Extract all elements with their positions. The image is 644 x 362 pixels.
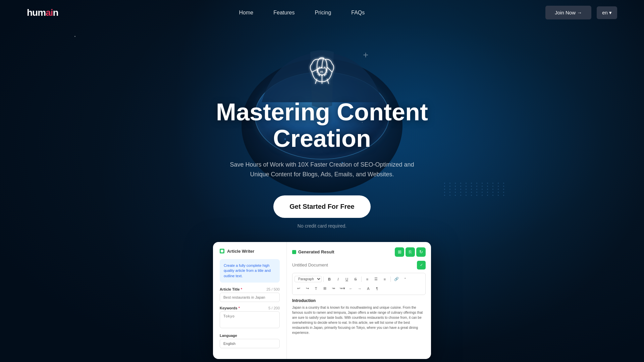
no-credit-text: No credit card required. xyxy=(298,223,346,229)
nav-faqs[interactable]: FAQs xyxy=(351,10,365,16)
align-center-button[interactable]: ☰ xyxy=(372,275,380,283)
instruction-box: Create a fully complete high quality art… xyxy=(220,259,280,283)
paragraph-mark-button[interactable]: ¶ xyxy=(373,285,381,293)
align-right-button[interactable]: ≡ xyxy=(381,275,389,283)
bold-button[interactable]: B xyxy=(325,275,333,283)
align-left-button[interactable]: ≡ xyxy=(363,275,371,283)
toolbar-row-1: Paragraph B I U S ≡ ☰ ≡ 🔗 " xyxy=(294,275,423,283)
result-icon xyxy=(292,250,296,254)
doc-save-button[interactable]: ✓ xyxy=(417,261,426,269)
link-button[interactable]: 🔗 xyxy=(392,275,400,283)
right-panel: Generated Result ⊞ ⎘ ↻ ✓ Paragraph xyxy=(287,242,431,359)
paragraph-select[interactable]: Paragraph xyxy=(294,276,322,282)
toolbar-divider-3 xyxy=(390,277,391,282)
ai-brain-icon: AI xyxy=(302,52,342,92)
doc-title-row: ✓ xyxy=(292,261,426,269)
text-color-button[interactable]: A xyxy=(364,285,372,293)
content-area: Introduction Japan is a country that is … xyxy=(292,298,426,335)
keywords-input[interactable] xyxy=(220,311,280,328)
logo-text: humain xyxy=(27,7,58,18)
indent-increase-button[interactable]: → xyxy=(356,285,364,293)
language-select[interactable]: English xyxy=(220,339,280,348)
hero-title: Mastering Content Creation xyxy=(216,99,428,152)
nav-right: Join Now → en ▾ xyxy=(545,6,617,19)
result-header: Generated Result ⊞ ⎘ ↻ xyxy=(292,247,426,257)
article-title-input[interactable] xyxy=(220,293,280,302)
table-button[interactable]: ⊞ xyxy=(321,285,329,293)
language-button[interactable]: en ▾ xyxy=(597,6,617,19)
svg-rect-27 xyxy=(221,250,223,252)
panel-icon xyxy=(220,249,224,253)
result-action-1[interactable]: ⊞ xyxy=(395,247,404,257)
quote-button[interactable]: " xyxy=(401,275,409,283)
toolbar-row-2: ↩ ↪ T ⊞ ≔ ≔▾ ← → A ¶ xyxy=(294,285,423,293)
nav-home[interactable]: Home xyxy=(239,10,254,16)
toolbar-divider-1 xyxy=(323,277,324,282)
navbar: humain Home Features Pricing FAQs Join N… xyxy=(0,0,644,25)
app-preview-wrapper: Article Writer Create a fully complete h… xyxy=(0,242,644,359)
content-body: Japan is a country that is known for its… xyxy=(292,305,426,335)
language-label: Language xyxy=(220,334,280,338)
toolbar-divider-2 xyxy=(361,277,362,282)
hero-subtitle: Save Hours of Work with 10X Faster Creat… xyxy=(221,160,423,179)
keywords-label: Keywords * 5 / 200 xyxy=(220,306,280,310)
logo[interactable]: humain xyxy=(27,7,58,18)
result-action-2[interactable]: ⎘ xyxy=(406,247,415,257)
keywords-group: Keywords * 5 / 200 xyxy=(220,306,280,329)
editor-toolbar: Paragraph B I U S ≡ ☰ ≡ 🔗 " ↩ xyxy=(292,273,426,295)
join-now-button[interactable]: Join Now → xyxy=(545,6,591,19)
nav-pricing[interactable]: Pricing xyxy=(315,10,331,16)
result-title: Generated Result xyxy=(292,249,334,254)
get-started-button[interactable]: Get Started For Free xyxy=(273,195,370,218)
result-action-3[interactable]: ↻ xyxy=(416,247,426,257)
doc-title-input[interactable] xyxy=(292,262,417,267)
article-title-label: Article Title * 25 / 500 xyxy=(220,287,280,291)
content-heading: Introduction xyxy=(292,298,426,303)
svg-text:AI: AI xyxy=(320,70,323,73)
underline-button[interactable]: U xyxy=(343,275,351,283)
format-clear-button[interactable]: T xyxy=(312,285,320,293)
undo-button[interactable]: ↩ xyxy=(294,285,303,293)
result-actions: ⊞ ⎘ ↻ xyxy=(395,247,426,257)
hero-section: AI Mastering Content Creation Save Hours… xyxy=(0,25,644,249)
ordered-list-button[interactable]: ≔▾ xyxy=(338,285,346,293)
language-group: Language English xyxy=(220,334,280,348)
left-panel: Article Writer Create a fully complete h… xyxy=(213,242,287,359)
italic-button[interactable]: I xyxy=(334,275,342,283)
article-title-group: Article Title * 25 / 500 xyxy=(220,287,280,302)
bullet-list-button[interactable]: ≔ xyxy=(329,285,337,293)
nav-features[interactable]: Features xyxy=(273,10,294,16)
strikethrough-button[interactable]: S xyxy=(352,275,360,283)
app-preview: Article Writer Create a fully complete h… xyxy=(213,242,431,359)
left-panel-title: Article Writer xyxy=(227,249,254,254)
left-panel-header: Article Writer xyxy=(220,249,280,254)
nav-links: Home Features Pricing FAQs xyxy=(239,10,365,16)
redo-button[interactable]: ↪ xyxy=(303,285,311,293)
indent-decrease-button[interactable]: ← xyxy=(347,285,355,293)
